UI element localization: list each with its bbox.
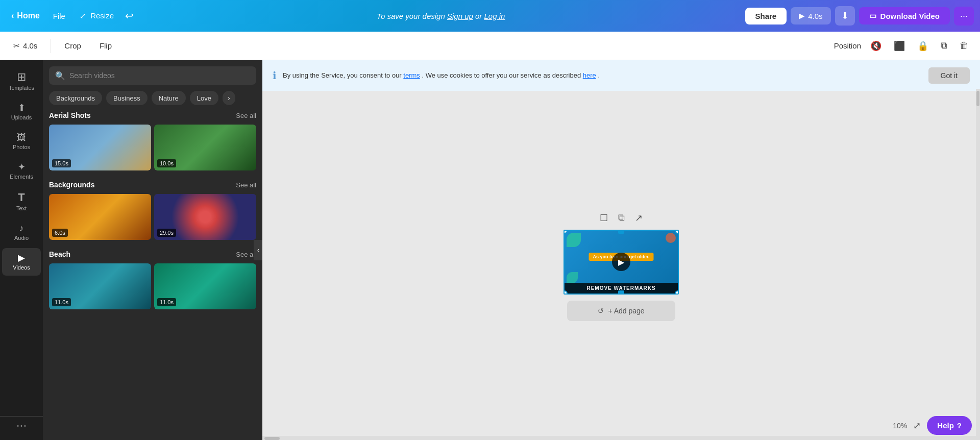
video-duration-1: 10.0s xyxy=(157,159,176,167)
text-icon: T xyxy=(18,192,24,203)
share-action-button[interactable]: ↗ xyxy=(633,210,645,226)
sidebar-item-templates[interactable]: ⊞ Templates xyxy=(2,66,41,96)
download-video-icon: ▭ xyxy=(869,11,876,20)
search-input[interactable] xyxy=(49,66,256,85)
download-video-label: Download Video xyxy=(880,12,940,20)
resize-icon: ⤢ xyxy=(80,11,86,20)
templates-label: Templates xyxy=(9,85,34,91)
help-icon: ? xyxy=(957,421,962,430)
zoom-level: 10% xyxy=(893,422,907,430)
canvas-card: ☐ ⧉ ↗ As you turn and get older, ▶ RE xyxy=(564,210,679,321)
cookie-banner: ℹ By using the Service, you consent to o… xyxy=(262,60,980,91)
undo-button[interactable]: ↩ xyxy=(122,8,137,24)
home-label: Home xyxy=(17,11,39,20)
videos-icon: ▶ xyxy=(18,253,25,262)
file-button[interactable]: File xyxy=(47,9,71,23)
terms-link[interactable]: terms xyxy=(403,71,420,79)
sidebar-item-elements[interactable]: ✦ Elements xyxy=(2,157,41,185)
right-scrollbar[interactable] xyxy=(976,89,980,440)
more-icon: ··· xyxy=(960,11,968,21)
flip-label: Flip xyxy=(100,41,112,50)
video-thumb-aerial-1[interactable]: 11.0s xyxy=(49,263,151,309)
video-thumb-bokeh[interactable]: 29.0s xyxy=(154,194,256,240)
text-label: Text xyxy=(16,205,27,211)
aerial-shots-see-all[interactable]: See all xyxy=(236,112,256,119)
uploads-icon: ⬆ xyxy=(18,103,26,112)
arrange-button[interactable]: ⧉ xyxy=(938,38,950,53)
toolbar-divider xyxy=(51,39,51,53)
resize-handle-br[interactable] xyxy=(675,290,679,295)
uploads-label: Uploads xyxy=(11,114,32,120)
category-nature[interactable]: Nature xyxy=(152,91,186,105)
sidebar-item-uploads[interactable]: ⬆ Uploads xyxy=(2,98,41,126)
resize-handle-tm[interactable] xyxy=(618,230,624,234)
audio-label: Audio xyxy=(14,235,29,241)
toolbar-right: Position 🔇 ⬛ 🔒 ⧉ 🗑 xyxy=(834,38,972,54)
deco-leaf-top-right xyxy=(666,233,676,243)
download-video-button[interactable]: ▭ Download Video xyxy=(859,7,950,25)
notes-action-button[interactable]: ☐ xyxy=(598,210,610,226)
flip-tool[interactable]: Flip xyxy=(94,38,117,53)
here-link[interactable]: here xyxy=(583,71,596,79)
audio-icon: ♪ xyxy=(19,224,24,233)
crop-tool[interactable]: Crop xyxy=(59,38,86,53)
beach-title: Beach xyxy=(49,250,70,258)
more-options-button[interactable]: ··· xyxy=(954,7,974,26)
zoom-expand-button[interactable]: ⤢ xyxy=(913,420,921,431)
got-it-button[interactable]: Got it xyxy=(928,67,970,84)
sidebar-item-videos[interactable]: ▶ Videos xyxy=(2,248,41,276)
save-prompt-text: To save your design xyxy=(377,12,447,20)
share-button[interactable]: Share xyxy=(745,8,787,25)
play-button[interactable]: ▶ 4.0s xyxy=(791,7,830,25)
aerial-shots-section: Aerial Shots See all 15.0s 10.0s xyxy=(49,111,256,170)
duplicate-action-button[interactable]: ⧉ xyxy=(616,210,627,226)
photos-icon: 🖼 xyxy=(17,133,26,142)
bottom-scrollbar[interactable] xyxy=(262,436,976,440)
category-business[interactable]: Business xyxy=(106,91,148,105)
video-play-button[interactable]: ▶ xyxy=(612,253,630,271)
video-thumb-beach[interactable]: 11.0s xyxy=(154,263,256,309)
mute-button[interactable]: 🔇 xyxy=(867,38,885,54)
transparency-button[interactable]: ⬛ xyxy=(891,38,908,54)
help-button[interactable]: Help ? xyxy=(927,416,972,435)
resize-button[interactable]: ⤢ Resize xyxy=(74,8,120,23)
category-backgrounds[interactable]: Backgrounds xyxy=(49,91,102,105)
canvas-card-actions: ☐ ⧉ ↗ xyxy=(598,210,645,226)
deco-leaf-top-left xyxy=(567,233,581,247)
resize-handle-tr[interactable] xyxy=(675,230,679,234)
signup-link[interactable]: Sign up xyxy=(447,12,473,20)
backgrounds-see-all[interactable]: See all xyxy=(236,181,256,189)
video-thumb-leaf[interactable]: 10.0s xyxy=(154,125,256,170)
scissors-tool[interactable]: ✂ 4.0s xyxy=(8,38,42,54)
videos-label: Videos xyxy=(13,264,30,271)
canvas-video-element[interactable]: As you turn and get older, ▶ REMOVE WATE… xyxy=(564,230,679,295)
category-love[interactable]: Love xyxy=(190,91,218,105)
beach-header: Beach See all xyxy=(49,250,256,258)
home-button[interactable]: ‹ Home xyxy=(6,8,45,23)
video-list: Aerial Shots See all 15.0s 10.0s xyxy=(43,111,262,440)
lock-button[interactable]: 🔒 xyxy=(914,38,932,54)
top-bar-left: ‹ Home File ⤢ Resize ↩ xyxy=(6,8,137,24)
top-bar-right: Share ▶ 4.0s ⬇ ▭ Download Video ··· xyxy=(745,6,974,26)
video-thumb-bridge[interactable]: 15.0s xyxy=(49,125,151,170)
sidebar-item-text[interactable]: T Text xyxy=(2,187,41,216)
add-page-button[interactable]: ↺ + Add page xyxy=(567,301,675,321)
add-page-icon: ↺ xyxy=(598,307,604,315)
top-bar: ‹ Home File ⤢ Resize ↩ To save your desi… xyxy=(0,0,980,32)
sidebar-item-photos[interactable]: 🖼 Photos xyxy=(2,128,41,155)
resize-label: Resize xyxy=(90,11,114,20)
category-scroll-right[interactable]: › xyxy=(223,91,235,105)
backgrounds-section: Backgrounds See all 6.0s 29.0s xyxy=(49,181,256,240)
video-thumb-fire[interactable]: 6.0s xyxy=(49,194,151,240)
sub-toolbar: ✂ 4.0s Crop Flip Position 🔇 ⬛ 🔒 ⧉ 🗑 xyxy=(0,32,980,60)
hide-panel-button[interactable]: ‹ xyxy=(254,240,262,260)
sidebar-dots: • • • xyxy=(17,423,26,429)
position-label: Position xyxy=(834,41,861,50)
delete-button[interactable]: 🗑 xyxy=(957,38,972,53)
sidebar-item-audio[interactable]: ♪ Audio xyxy=(2,218,41,246)
video-duration-2: 6.0s xyxy=(52,229,68,237)
help-label: Help xyxy=(937,421,954,430)
download-icon-button[interactable]: ⬇ xyxy=(835,6,855,26)
resize-handle-bm[interactable] xyxy=(618,290,624,295)
login-link[interactable]: Log in xyxy=(484,12,505,20)
